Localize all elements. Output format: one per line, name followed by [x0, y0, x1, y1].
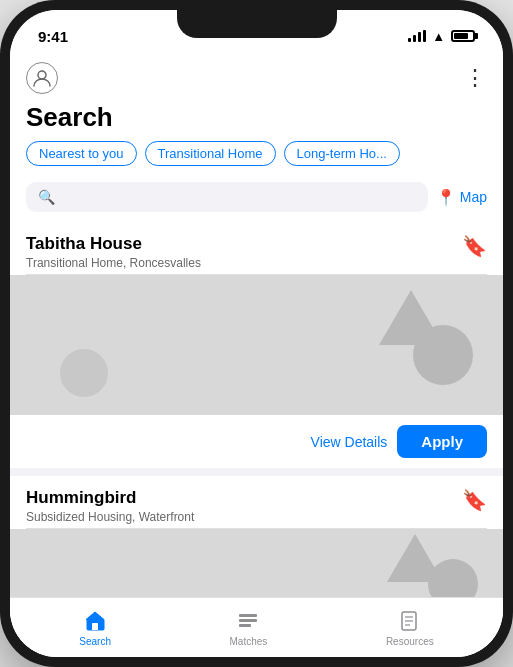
- map-pin-icon: 📍: [436, 188, 456, 207]
- top-nav: ⋮: [10, 54, 503, 98]
- more-options-icon[interactable]: ⋮: [464, 65, 487, 91]
- svg-point-0: [38, 71, 46, 79]
- svg-rect-3: [239, 619, 257, 622]
- battery-icon: [451, 30, 475, 42]
- nav-item-search[interactable]: Search: [79, 609, 111, 647]
- card-actions-tabitha: View Details Apply: [10, 415, 503, 468]
- card-header-tabitha: Tabitha House Transitional Home, Roncesv…: [10, 222, 503, 274]
- filter-chip-longterm[interactable]: Long-term Ho...: [284, 141, 400, 166]
- nav-label-matches: Matches: [230, 636, 268, 647]
- map-button[interactable]: 📍 Map: [436, 188, 487, 207]
- card-subtitle-hummingbird: Subsidized Housing, Waterfront: [26, 510, 194, 524]
- filter-chip-transitional[interactable]: Transitional Home: [145, 141, 276, 166]
- status-icons: ▲: [408, 29, 475, 44]
- card-image-tabitha: [10, 275, 503, 415]
- svg-rect-4: [239, 624, 251, 627]
- filter-chips: Nearest to you Transitional Home Long-te…: [10, 141, 503, 176]
- notch: [177, 10, 337, 38]
- card-info-tabitha: Tabitha House Transitional Home, Roncesv…: [26, 234, 201, 270]
- search-icon: 🔍: [38, 189, 55, 205]
- card-header-hummingbird: Hummingbird Subsidized Housing, Waterfro…: [10, 476, 503, 528]
- bookmark-icon-hummingbird[interactable]: 🔖: [462, 488, 487, 512]
- phone-frame: 9:41 ▲: [0, 0, 513, 667]
- nav-label-search: Search: [79, 636, 111, 647]
- bottom-nav: Search Matches: [10, 597, 503, 657]
- resources-icon: [398, 609, 422, 633]
- card-info-hummingbird: Hummingbird Subsidized Housing, Waterfro…: [26, 488, 194, 524]
- wifi-icon: ▲: [432, 29, 445, 44]
- svg-rect-2: [239, 614, 257, 617]
- status-time: 9:41: [38, 28, 68, 45]
- nav-item-resources[interactable]: Resources: [386, 609, 434, 647]
- svg-rect-1: [92, 623, 98, 630]
- card-subtitle-tabitha: Transitional Home, Roncesvalles: [26, 256, 201, 270]
- card-title-tabitha: Tabitha House: [26, 234, 201, 254]
- listing-card-tabitha: Tabitha House Transitional Home, Roncesv…: [10, 222, 503, 468]
- card-title-hummingbird: Hummingbird: [26, 488, 194, 508]
- search-box[interactable]: 🔍: [26, 182, 428, 212]
- apply-button-tabitha[interactable]: Apply: [397, 425, 487, 458]
- view-details-button-tabitha[interactable]: View Details: [311, 434, 388, 450]
- filter-chip-nearest[interactable]: Nearest to you: [26, 141, 137, 166]
- app-content: ⋮ Search Nearest to you Transitional Hom…: [10, 54, 503, 657]
- bookmark-icon-tabitha[interactable]: 🔖: [462, 234, 487, 258]
- search-row: 🔍 📍 Map: [10, 176, 503, 222]
- avatar[interactable]: [26, 62, 58, 94]
- map-label: Map: [460, 189, 487, 205]
- scroll-area: Tabitha House Transitional Home, Roncesv…: [10, 222, 503, 657]
- phone-screen: 9:41 ▲: [10, 10, 503, 657]
- nav-item-matches[interactable]: Matches: [230, 609, 268, 647]
- nav-label-resources: Resources: [386, 636, 434, 647]
- signal-icon: [408, 30, 426, 42]
- home-icon: [83, 609, 107, 633]
- matches-icon: [236, 609, 260, 633]
- listing-card-hummingbird: Hummingbird Subsidized Housing, Waterfro…: [10, 476, 503, 609]
- page-title: Search: [10, 98, 503, 141]
